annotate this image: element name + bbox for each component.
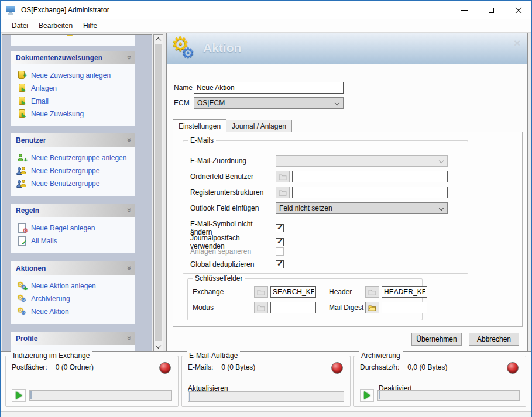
sidebar-item-neue-aktion-anlegen[interactable]: ⚙⚙+Neue Aktion anlegen (17, 280, 135, 292)
name-label: Name (174, 84, 194, 92)
sidebar-item-neue-aktion[interactable]: ⚙⚙Neue Aktion (17, 305, 135, 318)
mail-digest-input[interactable] (382, 302, 427, 313)
sidebar-item-neue-regel-anlegen[interactable]: Neue Regel anlegen (17, 222, 135, 235)
sidebar-section-dokumentenzuweisungen: Dokumentenzuweisungen « Neue Zuweisung a… (11, 51, 135, 126)
durchsatz-value: 0,0 (0 Bytes) (407, 363, 447, 371)
anlagen-separieren-label: Anlagen separieren (190, 247, 276, 256)
browse-folder-button (254, 286, 268, 298)
section-header[interactable]: Profile « (11, 332, 135, 345)
menu-datei[interactable]: Datei (6, 20, 33, 32)
menu-bearbeiten[interactable]: Bearbeiten (33, 20, 78, 32)
email-zuordnung-select (276, 155, 448, 167)
section-header[interactable]: Regeln « (11, 204, 135, 217)
ecm-select[interactable]: OS|ECM (194, 97, 344, 109)
menu-hilfe[interactable]: Hilfe (78, 20, 102, 32)
sidebar-item-neue-benutzergruppe-1[interactable]: Neue Benutzergruppe (17, 164, 135, 177)
menu-bar: Datei Bearbeiten Hilfe (1, 19, 531, 33)
outlook-feld-select[interactable]: Feld nicht setzen (276, 202, 448, 214)
minimize-button[interactable] (451, 1, 478, 19)
archiving-progressbar (377, 390, 520, 401)
status-led-red (331, 362, 343, 374)
ordnerfeld-benutzer-label: Ordnerfeld Benutzer (190, 173, 276, 181)
email-symbol-checkbox[interactable]: ✓ (276, 224, 284, 232)
collapse-chevron-icon[interactable]: « (124, 56, 133, 60)
sidebar-item-neue-zuweisung[interactable]: Neue Zuweisung (17, 108, 135, 120)
groupbox-title: Schlüsselfelder (193, 274, 245, 282)
section-header[interactable]: Dokumentenzuweisungen « (11, 51, 135, 64)
user-plus-icon (17, 153, 27, 163)
registerunterstrukturen-label: Registerunterstrukturen (190, 188, 276, 197)
ordnerfeld-benutzer-input[interactable] (292, 171, 448, 182)
tab-journal-anlagen[interactable]: Journal / Anlagen (226, 120, 292, 132)
section-header[interactable]: Benutzer « (11, 133, 135, 147)
close-icon (515, 7, 521, 13)
browse-folder-button-mail-digest[interactable] (365, 302, 379, 313)
folder-icon (279, 189, 287, 196)
scroll-up-icon[interactable] (154, 35, 163, 44)
sidebar-section-profile: Profile « (11, 332, 135, 351)
document-gear-icon (17, 223, 27, 233)
cancel-button[interactable]: Abbrechen (469, 333, 519, 346)
sidebar-item-archivierung[interactable]: ⚙⚙Archivierung (17, 292, 135, 305)
global-deduplizieren-checkbox[interactable]: ✓ (276, 260, 284, 268)
indizierung-group: Indizierung im Exchange Postfächer:0 (0 … (5, 356, 179, 407)
tab-page-einstellungen: E-Mails E-Mail-Zuordnung Ordnerfeld Benu… (173, 132, 523, 327)
folder-icon (257, 289, 265, 295)
ecm-label: ECM (174, 99, 194, 107)
section-title: Aktionen (16, 264, 126, 273)
folder-icon (279, 174, 287, 180)
sidebar-scrollbar[interactable] (153, 34, 163, 351)
sidebar-item-neue-benutzergruppe-2[interactable]: Neue Benutzergruppe (17, 177, 135, 190)
sidebar-section-aktionen: Aktionen « ⚙⚙+Neue Aktion anlegen ⚙⚙Arch… (11, 261, 135, 324)
user-group-icon (17, 166, 27, 175)
header-key-input[interactable] (382, 286, 427, 298)
registerunterstrukturen-input[interactable] (292, 187, 448, 198)
sidebar-item-neue-benutzergruppe-anlegen[interactable]: Neue Benutzergruppe anlegen (17, 151, 135, 164)
start-archiving-button[interactable] (360, 389, 374, 402)
gears-icon: ⚙⚙ (17, 307, 27, 316)
sidebar-section-benutzer: Benutzer « Neue Benutzergruppe anlegen N… (11, 133, 135, 196)
sidebar-item-all-mails[interactable]: All Mails (17, 235, 135, 247)
durchsatz-label: Durchsatz/h: (360, 363, 399, 371)
sidebar-clipped-section (11, 35, 135, 46)
maximize-icon (489, 8, 494, 13)
collapse-chevron-icon[interactable]: « (124, 138, 133, 142)
status-led-red (159, 362, 171, 374)
panel-close-icon[interactable]: × (514, 37, 520, 50)
global-deduplizieren-label: Global deduplizieren (190, 260, 276, 268)
app-icon (6, 6, 16, 15)
folder-icon (257, 305, 265, 311)
email-zuordnung-label: E-Mail-Zuordnung (190, 157, 276, 165)
tab-einstellungen[interactable]: Einstellungen (173, 119, 226, 132)
sidebar-item-anlagen[interactable]: Anlagen (17, 82, 135, 95)
sidebar-item-neue-zuweisung-anlegen[interactable]: Neue Zuweisung anlegen (17, 69, 135, 82)
scroll-down-icon[interactable] (154, 342, 163, 351)
modus-label: Modus (193, 304, 254, 312)
collapse-chevron-icon[interactable]: « (124, 336, 133, 340)
collapse-chevron-icon[interactable]: « (124, 208, 133, 212)
anlagen-separieren-checkbox (276, 247, 284, 256)
tab-strip: Einstellungen Journal / Anlagen (173, 120, 292, 132)
emails-value: 0 (0 Bytes) (221, 363, 255, 371)
scrollbar-thumb[interactable] (155, 44, 162, 341)
close-button[interactable] (504, 1, 531, 19)
play-icon (16, 391, 22, 399)
app-window: OS[Exchange] Administrator Datei Bearbei… (0, 0, 532, 417)
modus-input[interactable] (270, 302, 316, 313)
sidebar-item-email[interactable]: Email (17, 95, 135, 108)
maximize-button[interactable] (478, 1, 504, 19)
window-title: OS[Exchange] Administrator (21, 6, 109, 14)
sidebar-section-regeln: Regeln « Neue Regel anlegen All Mails (11, 204, 135, 253)
apply-button[interactable]: Übernehmen (411, 333, 462, 346)
name-input[interactable] (194, 82, 344, 94)
groupbox-title: Archivierung (359, 351, 403, 360)
start-indexing-button[interactable] (12, 389, 26, 402)
postfaecher-value: 0 (0 Ordner) (56, 363, 94, 371)
journalpostfach-checkbox[interactable]: ✓ (276, 238, 284, 246)
section-title: Profile (16, 335, 126, 343)
chevron-down-icon (439, 158, 444, 163)
section-header[interactable]: Aktionen « (11, 261, 135, 275)
collapse-chevron-icon[interactable]: « (124, 266, 133, 270)
exchange-key-input[interactable] (270, 286, 316, 298)
status-led-red (507, 362, 519, 374)
